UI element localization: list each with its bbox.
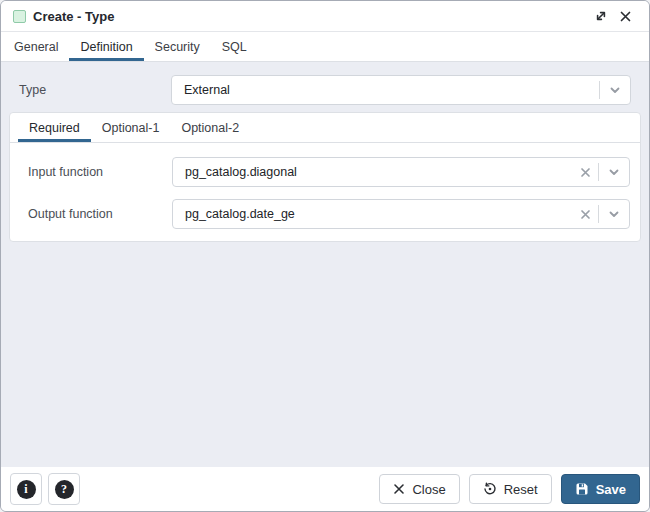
close-icon[interactable] [613,4,637,28]
type-row: Type External [19,75,631,105]
close-button-label: Close [412,482,445,497]
chevron-down-icon[interactable] [599,200,629,228]
required-tab-content: Input function pg_catalog.diagonal [10,143,640,241]
tab-security[interactable]: Security [144,32,211,61]
reset-button[interactable]: Reset [469,474,552,504]
create-type-dialog: Create - Type General Definition Securit… [0,0,650,512]
tab-definition[interactable]: Definition [69,32,143,61]
type-label: Type [19,83,171,97]
maximize-icon[interactable] [589,4,613,28]
output-function-label: Output function [20,207,172,221]
input-function-label: Input function [20,165,172,179]
tab-sql[interactable]: SQL [211,32,258,61]
input-function-row: Input function pg_catalog.diagonal [20,157,630,187]
save-button[interactable]: Save [561,474,640,504]
definition-panel: Required Optional-1 Optional-2 Input fun… [9,112,641,242]
type-select[interactable]: External [171,75,631,105]
dialog-titlebar: Create - Type [1,1,649,32]
type-select-value: External [184,83,230,97]
help-icon: ? [55,480,74,499]
clear-icon[interactable] [572,200,598,228]
clear-icon[interactable] [572,158,598,186]
dialog-body: Type External Required Optional-1 Option… [1,62,649,467]
info-button[interactable]: i [10,473,42,505]
info-icon: i [17,480,36,499]
input-function-value: pg_catalog.diagonal [185,165,297,179]
definition-subtabbar: Required Optional-1 Optional-2 [10,113,640,143]
save-floppy-icon [575,482,589,496]
subtab-optional-1[interactable]: Optional-1 [91,113,171,142]
reset-button-label: Reset [504,482,538,497]
save-button-label: Save [596,482,626,497]
close-x-icon [393,483,405,495]
close-button[interactable]: Close [379,474,459,504]
type-node-icon [13,10,26,23]
dialog-title: Create - Type [33,9,114,24]
output-function-row: Output function pg_catalog.date_ge [20,199,630,229]
subtab-optional-2[interactable]: Optional-2 [170,113,250,142]
chevron-down-icon[interactable] [600,76,630,104]
output-function-value: pg_catalog.date_ge [185,207,295,221]
subtab-required[interactable]: Required [18,113,91,142]
reset-icon [483,482,497,496]
chevron-down-icon[interactable] [599,158,629,186]
dialog-footer: i ? Close Reset [1,467,649,511]
main-tabbar: General Definition Security SQL [1,32,649,62]
output-function-combobox[interactable]: pg_catalog.date_ge [172,199,630,229]
tab-general[interactable]: General [3,32,69,61]
input-function-combobox[interactable]: pg_catalog.diagonal [172,157,630,187]
help-button[interactable]: ? [48,473,80,505]
